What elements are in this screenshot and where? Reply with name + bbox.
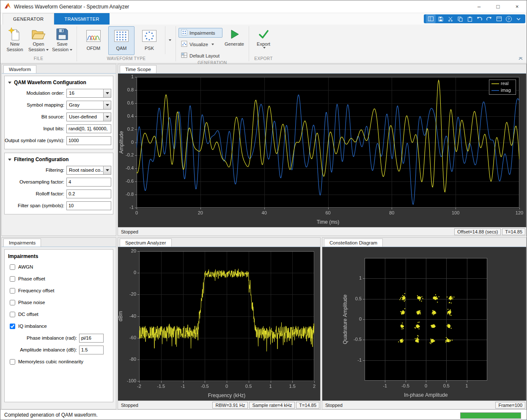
qab-layout-icon[interactable] [426,14,436,23]
dc-offset-checkbox[interactable] [10,312,15,317]
tab-constellation-diagram[interactable]: Constellation Diagram [324,239,383,247]
rolloff-factor-label: Rolloff factor: [5,191,66,196]
export-section-label: EXPORT [249,56,278,63]
filtering-config-header[interactable]: Filtering Configuration [5,154,111,164]
quick-access-toolbar: ? [424,14,525,23]
qab-undo-icon[interactable] [475,14,484,23]
spectrum-status: Stopped [119,403,138,408]
dropdown-arrow-icon [263,47,266,49]
bit-source-label: Bit source: [5,114,66,119]
phase-imbalance-field[interactable] [79,334,104,343]
visualize-button[interactable]: Visualize [178,39,222,49]
oversampling-factor-field[interactable] [66,178,111,187]
frequency-offset-checkbox[interactable] [10,288,15,294]
tab-impairments[interactable]: Impairments [3,239,41,247]
qab-help-icon[interactable]: ? [504,14,513,23]
impairments-toggle-button[interactable]: Impairments [178,28,222,38]
impairments-panel: Impairments Impairments AWGN Phase offse… [1,237,116,409]
tab-spectrum-analyzer[interactable]: Spectrum Analyzer [120,239,172,247]
phase-noise-checkbox[interactable] [10,300,15,305]
symbol-mapping-dropdown[interactable]: Gray [66,101,111,110]
amplitude-imbalance-label: Amplitude imbalance (dB): [5,347,79,352]
status-message: Completed generation of QAM waveform. [4,412,98,418]
open-session-button[interactable]: Open Session [27,26,50,52]
open-folder-icon [31,27,46,41]
rolloff-factor-field[interactable] [66,189,111,198]
open-session-label: Open Session [28,41,45,52]
chevron-down-icon [103,113,111,121]
qam-label: QAM [116,46,126,51]
output-symbol-rate-field[interactable] [66,136,111,145]
ofdm-button[interactable]: OFDM [80,26,107,55]
impairments-label: Impairments [189,30,215,36]
constellation-frame: Frame=100 [495,402,525,409]
dropdown-arrow-icon [46,49,49,51]
time-scope-offset: Offset=14.88 (secs) [454,228,501,235]
bit-source-dropdown[interactable]: User-defined [66,113,111,121]
spectrum-rbw: RBW=3.91 Hz [212,402,248,409]
save-session-button[interactable]: Save Session [50,26,74,52]
phase-imbalance-label: Phase imbalance (rad): [5,335,79,340]
iq-imbalance-checkbox[interactable] [10,324,15,329]
qab-window-icon[interactable] [494,14,504,23]
app-statusbar: Completed generation of QAM waveform. [0,409,527,420]
qab-redo-icon[interactable] [484,14,494,23]
symbol-mapping-label: Symbol mapping: [5,102,66,107]
ribbon-section-generation: Impairments Visualize Default Layout Gen… [176,25,249,63]
time-scope-panel: Time Scope Stopped Offset=14.88 (secs) T… [118,64,527,236]
modulation-order-dropdown[interactable]: 16 [66,89,111,98]
collapse-ribbon-button[interactable] [518,54,523,62]
qam-config-header[interactable]: QAM Waveform Configuration [5,77,111,87]
window-title: Wireless Waveform Generator - Spectrum A… [14,4,129,10]
maximize-button[interactable]: □ [489,0,508,13]
dropdown-arrow-icon [211,44,214,45]
tab-transmitter[interactable]: TRANSMITTER [54,13,110,25]
generate-button[interactable]: Generate [222,26,246,47]
ribbon-tab-row: GENERATOR TRANSMITTER ? [0,13,527,25]
waveform-gallery-expand-button[interactable] [165,26,173,54]
default-layout-label: Default Layout [189,53,220,58]
spectrum-sample-rate: Sample rate=4 kHz [249,402,295,409]
psk-button[interactable]: PSK [136,26,162,55]
filtering-dropdown[interactable]: Root raised co... [66,166,111,175]
amplitude-imbalance-field[interactable] [79,346,104,354]
tab-generator[interactable]: GENERATOR [3,13,54,25]
filter-span-field[interactable] [66,201,111,210]
input-bits-field[interactable] [66,124,111,133]
qab-save-icon[interactable] [436,14,445,23]
psk-icon [142,30,156,44]
qab-chevron-down-icon[interactable] [513,14,523,23]
qab-paste-icon[interactable] [465,14,475,23]
ribbon-toolstrip: New Session Open Session Save Session FI… [0,25,527,63]
close-button[interactable]: × [508,0,527,13]
default-layout-button[interactable]: Default Layout [178,51,222,60]
generate-label: Generate [225,41,244,47]
tab-waveform[interactable]: Waveform [3,65,36,73]
ofdm-label: OFDM [87,46,100,51]
time-scope-statusbar: Stopped Offset=14.88 (secs) T=14.85 [118,227,526,236]
ofdm-icon [86,30,101,44]
filtering-label: Filtering: [5,167,66,173]
memoryless-cubic-label: Memoryless cubic nonlinearity [18,359,83,364]
waveform-panel: Waveform QAM Waveform Configuration Modu… [1,64,116,236]
tab-time-scope[interactable]: Time Scope [120,65,156,73]
awgn-checkbox[interactable] [10,264,15,270]
spectrum-time: T=14.85 [296,402,319,409]
memoryless-cubic-checkbox[interactable] [10,359,15,365]
spectrum-statusbar: Stopped RBW=3.91 Hz Sample rate=4 kHz T=… [118,401,320,409]
visualize-icon [181,41,187,48]
qab-copy-icon[interactable] [455,14,465,23]
collapse-caret-icon [8,159,11,161]
qab-cut-icon[interactable] [445,14,455,23]
minimize-button[interactable]: – [469,0,489,13]
app-window: Wireless Waveform Generator - Spectrum A… [0,0,527,420]
new-session-button[interactable]: New Session [3,26,27,52]
frequency-offset-label: Frequency offset [18,288,54,293]
spectrum-analyzer-plot [118,247,320,401]
constellation-plot [322,247,526,401]
phase-offset-checkbox[interactable] [10,276,15,282]
export-button[interactable]: Export [252,26,275,49]
window-controls: – □ × [469,0,527,13]
qam-button[interactable]: QAM [108,26,134,55]
time-scope-plot [118,74,526,227]
